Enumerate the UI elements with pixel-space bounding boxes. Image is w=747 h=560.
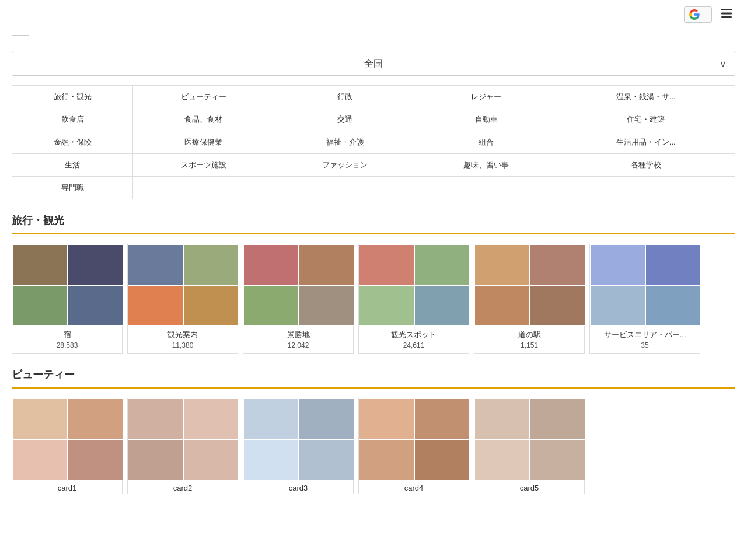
card-quad-5-2	[590, 285, 645, 326]
card-image-placeholder-4	[474, 244, 585, 326]
card-0[interactable]: 宿28,583	[12, 244, 123, 354]
card-image-placeholder-2	[243, 398, 354, 480]
card-quad-4-0	[474, 398, 530, 439]
section-beauty-heading: ビューティー	[12, 368, 735, 382]
category-cell-0-1[interactable]: ビューティー	[133, 86, 274, 108]
category-cell-0-0[interactable]: 旅行・観光	[12, 86, 133, 108]
category-cell-4-1	[133, 177, 274, 200]
card-image-placeholder-1	[128, 244, 239, 326]
card-image-placeholder-0	[12, 244, 123, 326]
card-quad-3-1	[414, 244, 470, 285]
card-label-4: card5	[474, 480, 584, 494]
region-selector-wrapper: 全国 ∨	[12, 51, 735, 76]
category-cell-1-3[interactable]: 自動車	[416, 108, 557, 131]
section-travel: 旅行・観光 宿28,583観光案内11,380景勝地12,042観光スポット24…	[12, 214, 735, 354]
card-image-4	[474, 244, 585, 326]
category-cell-4-4	[557, 177, 735, 200]
card-0[interactable]: card1	[12, 398, 123, 494]
card-4[interactable]: card5	[474, 398, 585, 494]
category-cell-2-4[interactable]: 生活用品・イン...	[557, 131, 735, 154]
card-4[interactable]: 道の駅1,151	[474, 244, 585, 354]
translate-button[interactable]	[684, 6, 712, 23]
card-image-0	[12, 398, 123, 480]
card-quad-3-2	[359, 285, 414, 326]
card-count-1: 11,380	[128, 341, 238, 353]
category-cell-3-0[interactable]: 生活	[12, 154, 133, 177]
card-quad-4-2	[474, 439, 530, 480]
card-3[interactable]: card4	[358, 398, 469, 494]
card-count-2: 12,042	[243, 341, 353, 353]
card-5[interactable]: サービスエリア・パー...35	[589, 244, 700, 354]
card-quad-0-3	[68, 285, 123, 326]
card-image-placeholder-3	[359, 244, 470, 326]
category-cell-3-2[interactable]: ファッション	[274, 154, 416, 177]
svg-rect-2	[721, 16, 732, 18]
card-image-2	[243, 398, 354, 480]
section-beauty: ビューティー card1card2card3card4card5	[12, 368, 735, 494]
category-cell-1-1[interactable]: 食品、食材	[133, 108, 274, 131]
card-quad-1-3	[183, 285, 239, 326]
card-count-5: 35	[590, 341, 700, 353]
header	[0, 0, 747, 29]
card-quad-1-3	[183, 439, 239, 480]
list-icon	[720, 7, 733, 20]
category-cell-2-0[interactable]: 金融・保険	[12, 131, 133, 154]
card-1[interactable]: card2	[127, 398, 238, 494]
category-cell-3-3[interactable]: 趣味、習い事	[416, 154, 557, 177]
card-quad-4-1	[530, 398, 585, 439]
category-cell-2-2[interactable]: 福祉・介護	[274, 131, 416, 154]
card-1[interactable]: 観光案内11,380	[127, 244, 238, 354]
card-quad-2-1	[299, 244, 354, 285]
card-image-2	[243, 244, 354, 326]
category-cell-1-2[interactable]: 交通	[274, 108, 416, 131]
card-label-0: 宿	[12, 326, 122, 341]
card-quad-3-1	[414, 398, 470, 439]
tab-jpbook[interactable]	[12, 35, 29, 43]
svg-rect-1	[721, 13, 732, 15]
card-quad-0-1	[68, 398, 123, 439]
card-image-placeholder-5	[590, 244, 701, 326]
card-quad-1-2	[128, 285, 183, 326]
category-cell-4-0[interactable]: 専門職	[12, 177, 133, 200]
section-travel-divider	[12, 233, 735, 235]
category-cell-0-4[interactable]: 温泉・銭湯・サ...	[557, 86, 735, 108]
card-label-0: card1	[12, 480, 122, 494]
card-image-1	[128, 398, 239, 480]
card-quad-0-3	[68, 439, 123, 480]
section-beauty-divider	[12, 387, 735, 388]
card-quad-5-1	[645, 244, 701, 285]
card-2[interactable]: card3	[243, 398, 354, 494]
category-cell-1-4[interactable]: 住宅・建築	[557, 108, 735, 131]
category-cell-0-2[interactable]: 行政	[274, 86, 416, 108]
card-quad-5-3	[645, 285, 701, 326]
category-cell-2-1[interactable]: 医療保健業	[133, 131, 274, 154]
region-select[interactable]: 全国	[12, 51, 735, 75]
card-quad-2-3	[299, 439, 354, 480]
card-quad-2-0	[243, 244, 299, 285]
card-3[interactable]: 観光スポット24,611	[358, 244, 469, 354]
category-cell-0-3[interactable]: レジャー	[416, 86, 557, 108]
card-count-0: 28,583	[12, 341, 122, 353]
card-quad-1-1	[183, 398, 239, 439]
category-cell-1-0[interactable]: 飲食店	[12, 108, 133, 131]
card-label-3: 観光スポット	[359, 326, 469, 341]
card-image-placeholder-2	[243, 244, 354, 326]
tab-navigation	[0, 29, 747, 45]
list-view-button[interactable]	[718, 5, 735, 24]
card-2[interactable]: 景勝地12,042	[243, 244, 354, 354]
card-image-1	[128, 244, 239, 326]
category-cell-4-2	[274, 177, 416, 200]
card-quad-2-2	[243, 439, 299, 480]
category-cell-2-3[interactable]: 組合	[416, 131, 557, 154]
category-cell-3-4[interactable]: 各種学校	[557, 154, 735, 177]
card-quad-3-3	[414, 439, 470, 480]
card-label-1: card2	[128, 480, 238, 494]
card-image-3	[359, 244, 470, 326]
category-cell-4-3	[416, 177, 557, 200]
card-image-5	[590, 244, 701, 326]
category-cell-3-1[interactable]: スポーツ施設	[133, 154, 274, 177]
card-quad-2-0	[243, 398, 299, 439]
category-grid-body: 旅行・観光ビューティー行政レジャー温泉・銭湯・サ...飲食店食品、食材交通自動車…	[12, 86, 735, 200]
card-quad-3-3	[414, 285, 470, 326]
card-quad-2-2	[243, 285, 299, 326]
